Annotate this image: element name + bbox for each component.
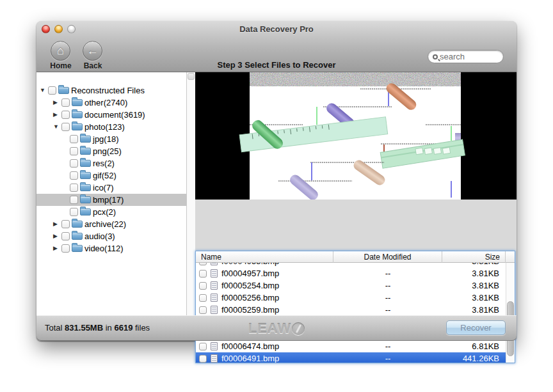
tree-checkbox[interactable] <box>70 147 78 155</box>
disclosure-collapsed-icon[interactable]: ▶ <box>53 218 61 230</box>
sidebar-scrollbar-corner <box>188 73 195 80</box>
column-header-name[interactable]: Name <box>196 251 333 263</box>
folder-icon <box>72 233 83 240</box>
folder-icon <box>80 148 91 155</box>
disclosure-collapsed-icon[interactable]: ▶ <box>53 97 61 109</box>
folder-icon <box>72 221 83 228</box>
file-row[interactable]: f00005256.bmp -- 3.81KB <box>196 292 506 304</box>
file-date: -- <box>333 305 442 315</box>
folder-icon <box>72 99 83 106</box>
file-date: -- <box>333 263 442 266</box>
file-checkbox[interactable] <box>199 270 207 278</box>
folder-tree-panel: ▼ Reconstructed Files ▶ other(2740) ▶ <box>36 72 195 315</box>
tree-item-label: audio(3) <box>84 231 115 241</box>
tree-item-video[interactable]: ▶ video(112) <box>36 242 195 255</box>
files-word: files <box>135 323 150 333</box>
file-name: f00005259.bmp <box>221 305 279 315</box>
file-row[interactable]: f00006474.bmp -- 6.81KB <box>196 340 506 352</box>
tree-item-audio[interactable]: ▶ audio(3) <box>36 230 195 242</box>
tree-checkbox[interactable] <box>70 171 78 180</box>
file-checkbox[interactable] <box>199 294 207 302</box>
tree-checkbox[interactable] <box>48 86 56 95</box>
file-size: 441.26KB <box>442 354 506 363</box>
disclosure-collapsed-icon[interactable]: ▶ <box>53 230 61 242</box>
tree-checkbox[interactable] <box>70 196 78 204</box>
file-row[interactable]: f00004957.bmp -- 3.81KB <box>196 267 506 279</box>
tree-checkbox[interactable] <box>61 111 70 119</box>
file-checkbox[interactable] <box>199 306 207 314</box>
file-date: -- <box>333 354 442 363</box>
file-row[interactable]: f00004955.bmp -- 3.81KB <box>196 263 506 267</box>
file-checkbox[interactable] <box>199 355 207 363</box>
tree-checkbox[interactable] <box>61 123 70 131</box>
file-size: 3.81KB <box>442 281 506 290</box>
tree-checkbox[interactable] <box>61 244 70 253</box>
tree-checkbox[interactable] <box>61 220 70 228</box>
tree-item-other[interactable]: ▶ other(2740) <box>36 97 195 109</box>
tree-item-reconstructed-files[interactable]: ▼ Reconstructed Files <box>36 84 195 97</box>
column-header-date-modified[interactable]: Date Modified <box>333 251 442 263</box>
tree-item-gif[interactable]: gif(52) <box>36 169 195 182</box>
tree-item-label: pcx(2) <box>93 207 116 217</box>
tree-item-pcx[interactable]: pcx(2) <box>36 206 195 218</box>
file-name: f00004955.bmp <box>221 263 279 266</box>
tree-item-photo[interactable]: ▼ photo(123) <box>36 121 195 133</box>
back-arrow-icon: ← <box>83 42 102 60</box>
tree-item-label: archive(22) <box>84 219 126 229</box>
disclosure-expanded-icon[interactable]: ▼ <box>40 84 48 97</box>
tree-item-label: png(25) <box>93 146 122 156</box>
tree-checkbox[interactable] <box>70 159 78 168</box>
tree-checkbox[interactable] <box>61 232 70 240</box>
tree-checkbox[interactable] <box>70 208 78 216</box>
file-checkbox[interactable] <box>199 343 207 350</box>
file-row[interactable]: f00005259.bmp -- 3.81KB <box>196 304 506 316</box>
tree-item-document[interactable]: ▶ document(3619) <box>36 109 195 121</box>
total-summary: Total 831.55MB in 6619 files <box>45 323 150 333</box>
tree-checkbox[interactable] <box>61 98 70 107</box>
file-date: -- <box>333 269 442 278</box>
back-button[interactable]: ← <box>83 41 102 61</box>
file-row-selected[interactable]: f00006491.bmp -- 441.26KB <box>196 352 506 363</box>
disclosure-collapsed-icon[interactable]: ▶ <box>53 242 61 255</box>
tree-item-bmp[interactable]: bmp(17) <box>36 194 195 206</box>
file-name: f00005254.bmp <box>221 281 279 290</box>
file-checkbox[interactable] <box>199 263 207 265</box>
total-word: Total <box>45 323 62 333</box>
file-list-scrollbar-track[interactable] <box>506 263 515 363</box>
tree-item-label: Reconstructed Files <box>71 86 145 95</box>
disclosure-expanded-icon[interactable]: ▼ <box>53 121 61 133</box>
tree-item-label: jpg(18) <box>93 134 118 144</box>
disclosure-collapsed-icon[interactable]: ▶ <box>53 109 61 121</box>
tree-item-jpg[interactable]: jpg(18) <box>36 133 195 145</box>
home-icon: ⌂ <box>51 42 70 60</box>
file-size: 3.81KB <box>442 293 506 302</box>
total-size: 831.55MB <box>65 323 103 333</box>
recover-button[interactable]: Recover <box>446 320 506 335</box>
file-date: -- <box>333 293 442 302</box>
folder-icon <box>72 245 83 252</box>
home-button[interactable]: ⌂ <box>51 41 70 61</box>
tree-checkbox[interactable] <box>70 184 78 192</box>
folder-icon <box>58 87 69 94</box>
folder-icon <box>72 123 83 130</box>
sidebar-scrollbar-track[interactable] <box>186 72 195 315</box>
tree-item-res[interactable]: res(2) <box>36 157 195 169</box>
preview-pane <box>195 72 517 200</box>
file-date: -- <box>333 341 442 351</box>
file-checkbox[interactable] <box>199 282 207 290</box>
bmp-file-icon <box>211 306 218 314</box>
tree-checkbox[interactable] <box>70 135 78 143</box>
titlebar[interactable]: Data Recovery Pro <box>36 21 517 36</box>
file-size: 3.81KB <box>442 263 506 266</box>
search-input[interactable] <box>440 52 495 61</box>
file-list-body: f00004955.bmp -- 3.81KB f00004957.bmp --… <box>196 263 506 363</box>
tree-item-label: photo(123) <box>84 122 125 132</box>
tree-item-archive[interactable]: ▶ archive(22) <box>36 218 195 230</box>
column-header-size[interactable]: Size <box>442 251 506 263</box>
tree-item-ico[interactable]: ico(7) <box>36 182 195 194</box>
bmp-file-icon <box>211 263 218 265</box>
tree-item-png[interactable]: png(25) <box>36 145 195 157</box>
file-row[interactable]: f00005254.bmp -- 3.81KB <box>196 279 506 292</box>
search-field[interactable] <box>428 50 504 63</box>
file-name: f00004957.bmp <box>221 269 279 278</box>
